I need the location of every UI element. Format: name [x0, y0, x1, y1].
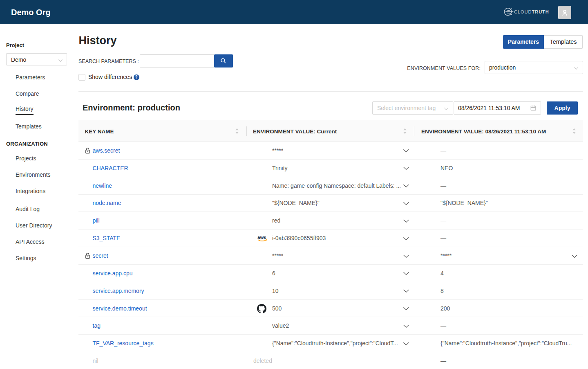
svg-text:aws: aws [257, 235, 266, 240]
